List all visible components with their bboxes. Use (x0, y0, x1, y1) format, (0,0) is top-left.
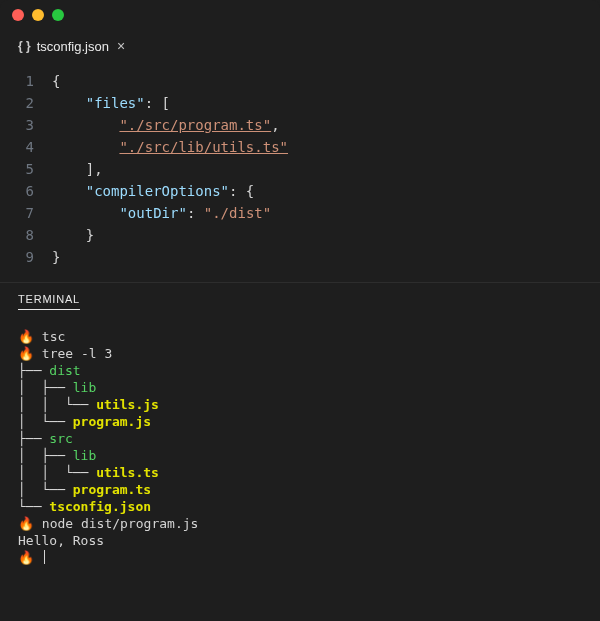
line-number: 8 (0, 224, 52, 246)
window-titlebar (0, 0, 600, 30)
terminal-line: │ ├── lib (18, 447, 582, 464)
code-content: ], (52, 158, 103, 180)
code-line: 3 "./src/program.ts", (0, 114, 600, 136)
line-number: 7 (0, 202, 52, 224)
code-content: "compilerOptions": { (52, 180, 254, 202)
terminal-line: │ │ └── utils.js (18, 396, 582, 413)
terminal-line: │ │ └── utils.ts (18, 464, 582, 481)
code-line: 5 ], (0, 158, 600, 180)
terminal-line: ├── src (18, 430, 582, 447)
line-number: 5 (0, 158, 52, 180)
line-number: 6 (0, 180, 52, 202)
code-line: 7 "outDir": "./dist" (0, 202, 600, 224)
code-content: } (52, 224, 94, 246)
prompt-icon: 🔥 (18, 329, 34, 344)
code-line: 6 "compilerOptions": { (0, 180, 600, 202)
tab-tsconfig[interactable]: { } tsconfig.json × (8, 33, 137, 60)
code-editor[interactable]: 1{2 "files": [3 "./src/program.ts",4 "./… (0, 62, 600, 282)
terminal-line: 🔥 tsc (18, 328, 582, 345)
line-number: 2 (0, 92, 52, 114)
terminal-cursor (44, 550, 46, 564)
code-line: 1{ (0, 70, 600, 92)
code-line: 2 "files": [ (0, 92, 600, 114)
code-content: "./src/program.ts", (52, 114, 280, 136)
minimize-window-button[interactable] (32, 9, 44, 21)
close-icon[interactable]: × (115, 39, 127, 53)
terminal-line: │ ├── lib (18, 379, 582, 396)
terminal-panel-header[interactable]: TERMINAL (0, 282, 600, 314)
traffic-lights (12, 9, 64, 21)
terminal-line: └── tsconfig.json (18, 498, 582, 515)
zoom-window-button[interactable] (52, 9, 64, 21)
terminal-line: Hello, Ross (18, 532, 582, 549)
line-number: 1 (0, 70, 52, 92)
prompt-icon: 🔥 (18, 346, 34, 361)
terminal-output[interactable]: 🔥 tsc🔥 tree -l 3├── dist│ ├── lib│ │ └──… (0, 314, 600, 576)
line-number: 3 (0, 114, 52, 136)
close-window-button[interactable] (12, 9, 24, 21)
terminal-line: │ └── program.js (18, 413, 582, 430)
code-content: } (52, 246, 60, 268)
line-number: 4 (0, 136, 52, 158)
prompt-icon: 🔥 (18, 516, 34, 531)
prompt-icon: 🔥 (18, 550, 34, 565)
terminal-line: 🔥 node dist/program.js (18, 515, 582, 532)
terminal-line: 🔥 tree -l 3 (18, 345, 582, 362)
json-icon: { } (18, 39, 31, 53)
code-content: "files": [ (52, 92, 170, 114)
code-content: { (52, 70, 60, 92)
code-line: 8 } (0, 224, 600, 246)
terminal-tab-label: TERMINAL (18, 293, 80, 310)
code-content: "outDir": "./dist" (52, 202, 271, 224)
terminal-line: ├── dist (18, 362, 582, 379)
terminal-line: 🔥 (18, 549, 582, 566)
tab-bar: { } tsconfig.json × (0, 30, 600, 62)
tab-label: tsconfig.json (37, 39, 109, 54)
terminal-line: │ └── program.ts (18, 481, 582, 498)
code-content: "./src/lib/utils.ts" (52, 136, 288, 158)
code-line: 4 "./src/lib/utils.ts" (0, 136, 600, 158)
code-line: 9} (0, 246, 600, 268)
line-number: 9 (0, 246, 52, 268)
